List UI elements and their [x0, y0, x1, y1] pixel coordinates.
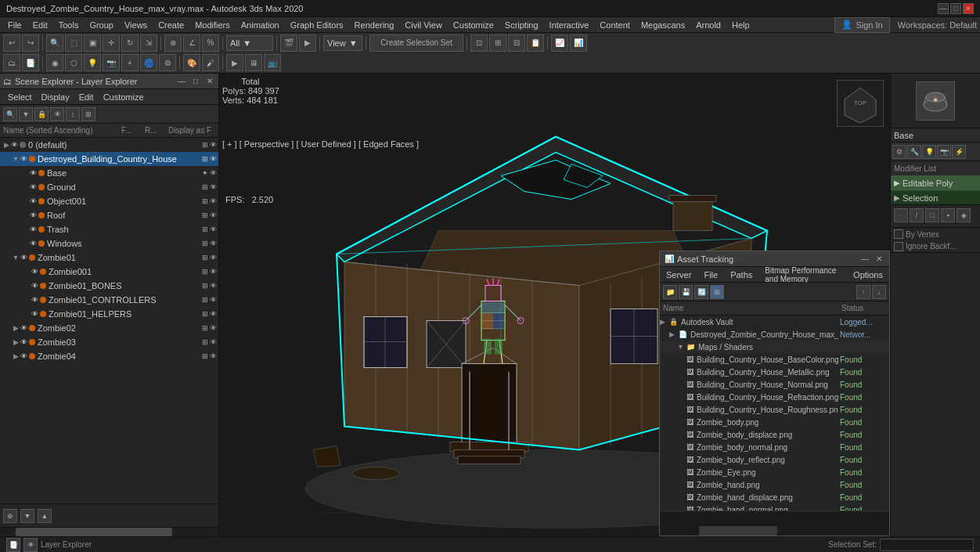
sel-vertex[interactable]: ·: [894, 208, 908, 222]
lights[interactable]: 💡: [84, 54, 101, 71]
asset-tb4[interactable]: ⊞: [710, 285, 724, 299]
menu-graph-editors[interactable]: Graph Editors: [286, 17, 348, 33]
sel-border[interactable]: □: [925, 208, 939, 222]
panel-icon2[interactable]: 🔧: [907, 145, 921, 159]
panel-icon5[interactable]: ⚡: [952, 145, 966, 159]
menu-edit[interactable]: Edit: [74, 89, 99, 105]
asset-menu-file[interactable]: File: [697, 267, 724, 283]
asset-menu-options[interactable]: Options: [847, 267, 889, 283]
scene-explorer-close[interactable]: ✕: [204, 76, 215, 87]
menu-display[interactable]: Display: [37, 89, 74, 105]
tree-item-base[interactable]: ▶ 👁 Base ✦ 👁: [0, 166, 218, 180]
percent-snap[interactable]: %: [202, 34, 219, 52]
asset-zeye[interactable]: 🖼 Zombie_Eye.png Found: [660, 466, 889, 478]
menu-views[interactable]: Views: [120, 17, 152, 33]
render-btn[interactable]: ▶: [226, 54, 243, 71]
create-geometry[interactable]: ◉: [46, 54, 63, 71]
tree-item-zombie04[interactable]: ▶ 👁 Zombie04 ⊞ 👁: [0, 349, 218, 363]
by-vertex-checkbox[interactable]: [894, 229, 903, 239]
asset-vault[interactable]: ▶ 🔒 Autodesk Vault Logged...: [660, 316, 889, 328]
helpers[interactable]: +: [121, 54, 139, 71]
menu-megascans[interactable]: Megascans: [636, 17, 690, 33]
menu-tools[interactable]: Tools: [54, 17, 84, 33]
redo-button[interactable]: ↪: [22, 34, 39, 52]
editable-poly-item[interactable]: ▶ Editable Poly: [891, 175, 980, 191]
menu-modifiers[interactable]: Modifiers: [190, 17, 235, 33]
ignore-checkbox[interactable]: [894, 242, 903, 251]
asset-normal[interactable]: 🖼 Building_Country_House_Normal.png Foun…: [660, 378, 889, 391]
asset-zhand[interactable]: 🖼 Zombie_hand.png Found: [660, 478, 889, 491]
open-slate[interactable]: 🎨: [183, 54, 200, 71]
asset-tb2[interactable]: 💾: [679, 285, 693, 299]
menu-group[interactable]: Group: [85, 17, 118, 33]
asset-tb3[interactable]: 🔄: [694, 285, 708, 299]
tree-item-object001[interactable]: ▶ 👁 Object001 ⊞ 👁: [0, 194, 218, 208]
mirror[interactable]: ⊡: [470, 34, 488, 52]
named-selections[interactable]: 📋: [527, 34, 544, 52]
create-selection-set[interactable]: Create Selection Set: [369, 34, 463, 52]
select-button[interactable]: ⬚: [65, 34, 82, 52]
select-region[interactable]: ▣: [84, 34, 101, 52]
asset-metallic[interactable]: 🖼 Building_Country_House_Metallic.png Fo…: [660, 366, 889, 378]
tree-item-zombie02[interactable]: ▶ 👁 Zombie02 ⊞ 👁: [0, 321, 218, 335]
undo-button[interactable]: ↩: [3, 34, 20, 52]
menu-arnold[interactable]: Arnold: [691, 17, 726, 33]
asset-tb5[interactable]: ↑: [856, 285, 870, 299]
minimize-button[interactable]: —: [938, 3, 949, 14]
asset-menu-bitmap[interactable]: Bitmap Performance and Memory: [758, 267, 847, 283]
asset-zhand-displace[interactable]: 🖼 Zombie_hand_displace.png Found: [660, 491, 889, 503]
layer-explorer-btn[interactable]: 📑: [22, 54, 39, 71]
asset-menu-paths[interactable]: Paths: [724, 267, 758, 283]
view-dropdown[interactable]: View ▼: [323, 35, 362, 51]
asset-zbody-displace[interactable]: 🖼 Zombie_body_displace.png Found: [660, 428, 889, 441]
tb-filter[interactable]: ▼: [19, 107, 33, 121]
cameras[interactable]: 📷: [103, 54, 120, 71]
maximize-button[interactable]: □: [950, 3, 961, 14]
snap-button[interactable]: ⊕: [164, 34, 182, 52]
asset-zbody[interactable]: 🖼 Zombie_body.png Found: [660, 416, 889, 428]
tb-search[interactable]: 🔍: [3, 107, 17, 121]
shapes[interactable]: ⬡: [65, 54, 82, 71]
spacewarps[interactable]: 🌀: [140, 54, 157, 71]
tree-item-windows[interactable]: ▶ 👁 Windows ⊞ 👁: [0, 236, 218, 251]
nav-cube[interactable]: TOP: [837, 80, 884, 127]
tree-btn1[interactable]: ⊕: [3, 509, 17, 523]
menu-animation[interactable]: Animation: [236, 17, 284, 33]
select-filter[interactable]: 🔍: [46, 34, 63, 52]
move-button[interactable]: ✛: [103, 34, 120, 52]
status-icon2[interactable]: 👁: [23, 538, 38, 552]
menu-civil-view[interactable]: Civil View: [400, 17, 446, 33]
menu-interactive[interactable]: Interactive: [545, 17, 594, 33]
panel-icon4[interactable]: 📷: [937, 145, 951, 159]
scene-explorer-minimize[interactable]: —: [176, 76, 187, 87]
asset-menu-server[interactable]: Server: [660, 267, 697, 283]
sel-poly[interactable]: ▪: [941, 208, 955, 222]
asset-scrollbar[interactable]: [660, 526, 889, 536]
sel-edge[interactable]: /: [910, 208, 924, 222]
scene-explorer-btn[interactable]: 🗂: [3, 54, 20, 71]
asset-main-file[interactable]: ▶ 📄 Destroyed_Zombie_Country_House_max_v…: [660, 328, 889, 341]
tree-item-ground[interactable]: ▶ 👁 Ground ⊞ 👁: [0, 180, 218, 194]
menu-edit[interactable]: Edit: [28, 17, 52, 33]
selection-set-input[interactable]: [880, 539, 974, 551]
asset-search-input[interactable]: [660, 512, 889, 526]
tree-item-helpers[interactable]: ▶ 👁 Zombie01_HELPERS ⊞ 👁: [0, 307, 218, 321]
scale-button[interactable]: ⇲: [140, 34, 157, 52]
asset-maps-group[interactable]: ▼ 📁 Maps / Shaders: [660, 341, 889, 353]
material-explorer[interactable]: 🖌: [202, 54, 219, 71]
curve-editor[interactable]: 📈: [551, 34, 568, 52]
tree-item-default[interactable]: ▶ 👁 0 (default) ⊞ 👁: [0, 138, 218, 152]
menu-rendering[interactable]: Rendering: [350, 17, 399, 33]
systems[interactable]: ⚙: [159, 54, 176, 71]
menu-file[interactable]: File: [3, 17, 27, 33]
asset-tb1[interactable]: 📁: [663, 285, 677, 299]
panel-icon3[interactable]: 💡: [922, 145, 936, 159]
menu-create[interactable]: Create: [153, 17, 189, 33]
menu-content[interactable]: Content: [595, 17, 635, 33]
panel-icon1[interactable]: ⚙: [892, 145, 906, 159]
render-setup[interactable]: 🎬: [280, 34, 297, 52]
menu-select[interactable]: Select: [3, 89, 37, 105]
tree-item-zombie03[interactable]: ▶ 👁 Zombie03 ⊞ 👁: [0, 335, 218, 349]
layer-dropdown[interactable]: All ▼: [226, 35, 273, 51]
render3[interactable]: 📺: [264, 54, 281, 71]
